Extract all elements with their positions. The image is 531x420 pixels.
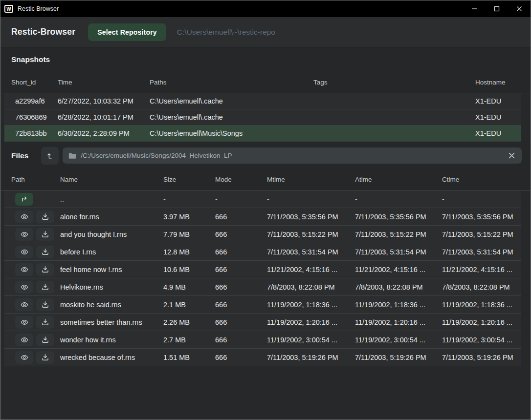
file-ctime: 11/19/2002, 1:20:16 ... bbox=[442, 318, 521, 326]
file-name: sometimes better than.rns bbox=[60, 318, 163, 326]
file-size: 4.9 MB bbox=[163, 283, 215, 291]
file-ctime: 7/11/2003, 5:35:56 PM bbox=[442, 213, 521, 221]
app-window: W Restic Browser Restic-Browser Select R… bbox=[0, 0, 531, 420]
file-mode: 666 bbox=[215, 248, 267, 256]
file-size: 12.8 MB bbox=[163, 248, 215, 256]
file-size: 2.7 MB bbox=[163, 336, 215, 344]
parent-dir-button[interactable] bbox=[15, 193, 33, 206]
snapshot-time: 6/30/2022, 2:28:09 PM bbox=[58, 129, 150, 137]
file-col-path: Path bbox=[11, 176, 60, 183]
snapshot-row[interactable]: 76306869 6/28/2022, 10:01:17 PM C:\Users… bbox=[4, 109, 521, 126]
download-button[interactable] bbox=[36, 210, 54, 223]
arrow-up-right-icon bbox=[21, 196, 28, 203]
file-col-mode: Mode bbox=[215, 176, 267, 183]
file-mtime: 11/19/2002, 1:18:36 ... bbox=[267, 301, 355, 309]
file-mode: 666 bbox=[215, 354, 267, 361]
file-ctime: 11/21/2002, 4:15:16 ... bbox=[442, 266, 521, 273]
download-icon bbox=[42, 266, 49, 273]
file-path-text: /C:/Users/emuell/Music/Songs/2004_Helvet… bbox=[81, 152, 503, 159]
file-atime: - bbox=[355, 195, 442, 203]
file-mtime: 11/21/2002, 4:15:16 ... bbox=[267, 266, 355, 273]
download-button[interactable] bbox=[36, 351, 54, 364]
snapshot-row[interactable]: a2299af6 6/27/2022, 10:03:32 PM C:\Users… bbox=[4, 93, 521, 109]
file-name: feel home now !.rns bbox=[60, 266, 163, 273]
file-name: moskito he said.rns bbox=[60, 301, 163, 309]
window-title: Restic Browser bbox=[18, 5, 59, 12]
preview-button[interactable] bbox=[15, 351, 33, 364]
file-mtime: 7/11/2003, 5:19:26 PM bbox=[267, 354, 355, 361]
file-row: sometimes better than.rns 2.26 MB 666 11… bbox=[4, 314, 521, 331]
preview-button[interactable] bbox=[15, 281, 33, 294]
file-size: 2.1 MB bbox=[163, 301, 215, 309]
level-up-icon bbox=[46, 152, 54, 160]
download-button[interactable] bbox=[36, 298, 54, 311]
eye-icon bbox=[21, 354, 28, 361]
close-button[interactable] bbox=[508, 0, 531, 17]
snapshot-short-id: a2299af6 bbox=[11, 97, 58, 105]
download-button[interactable] bbox=[36, 334, 54, 346]
snapshot-row-selected[interactable]: 72b813bb 6/30/2022, 2:28:09 PM C:\Users\… bbox=[4, 126, 521, 142]
file-col-atime: Atime bbox=[355, 176, 442, 183]
file-size: 2.26 MB bbox=[163, 318, 215, 326]
file-atime: 7/8/2003, 8:22:08 PM bbox=[355, 283, 442, 291]
file-mode: 666 bbox=[215, 283, 267, 291]
snapshot-hostname: X1-EDU bbox=[475, 129, 521, 137]
file-size: 1.51 MB bbox=[163, 354, 215, 361]
files-table-header: Path Name Size Mode Mtime Atime Ctime bbox=[0, 169, 531, 190]
file-mtime: 11/19/2002, 3:00:54 ... bbox=[267, 336, 355, 344]
file-size: 10.6 MB bbox=[163, 266, 215, 273]
file-col-name: Name bbox=[60, 176, 163, 183]
eye-icon bbox=[21, 213, 28, 220]
preview-button[interactable] bbox=[15, 298, 33, 311]
download-button[interactable] bbox=[36, 316, 54, 329]
maximize-button[interactable] bbox=[486, 0, 508, 17]
app-header: Restic-Browser Select Repository C:\User… bbox=[0, 17, 531, 47]
level-up-button[interactable] bbox=[41, 147, 59, 165]
file-mtime: 7/11/2003, 5:35:56 PM bbox=[267, 213, 355, 221]
download-button[interactable] bbox=[36, 263, 54, 276]
clear-path-button[interactable] bbox=[508, 151, 516, 160]
file-atime: 11/21/2002, 4:15:16 ... bbox=[355, 266, 442, 273]
download-icon bbox=[42, 354, 49, 361]
download-icon bbox=[42, 301, 49, 308]
download-button[interactable] bbox=[36, 246, 54, 258]
clear-icon bbox=[509, 152, 515, 159]
empty-area bbox=[0, 366, 531, 420]
download-button[interactable] bbox=[36, 281, 54, 294]
file-row: feel home now !.rns 10.6 MB 666 11/21/20… bbox=[4, 261, 521, 278]
file-ctime: 11/19/2002, 3:00:54 ... bbox=[442, 336, 521, 344]
file-atime: 7/11/2003, 5:19:26 PM bbox=[355, 354, 442, 361]
preview-button[interactable] bbox=[15, 210, 33, 223]
file-mode: 666 bbox=[215, 318, 267, 326]
preview-button[interactable] bbox=[15, 246, 33, 258]
preview-button[interactable] bbox=[15, 316, 33, 329]
file-name: before I.rns bbox=[60, 248, 163, 256]
eye-icon bbox=[21, 249, 28, 255]
download-button[interactable] bbox=[36, 228, 54, 241]
eye-icon bbox=[21, 336, 28, 343]
file-mode: 666 bbox=[215, 301, 267, 309]
snapshot-short-id: 72b813bb bbox=[11, 129, 58, 137]
file-mode: 666 bbox=[215, 266, 267, 273]
snapshot-paths: C:\Users\emuell\.cache bbox=[150, 97, 313, 105]
snapshots-table: Short_id Time Paths Tags Hostname a2299a… bbox=[0, 72, 531, 142]
minimize-button[interactable] bbox=[463, 0, 486, 17]
file-rows-container: alone for.rns 3.97 MB 666 7/11/2003, 5:3… bbox=[0, 208, 531, 366]
eye-icon bbox=[21, 319, 28, 326]
maximize-icon bbox=[494, 6, 500, 12]
app-title: Restic-Browser bbox=[11, 27, 75, 37]
file-row: Helvikone.rns 4.9 MB 666 7/8/2003, 8:22:… bbox=[4, 278, 521, 296]
file-ctime: 7/11/2003, 5:31:54 PM bbox=[442, 248, 521, 256]
file-path-bar[interactable]: /C:/Users/emuell/Music/Songs/2004_Helvet… bbox=[63, 147, 522, 164]
select-repository-button[interactable]: Select Repository bbox=[88, 23, 166, 41]
eye-icon bbox=[21, 284, 28, 291]
preview-button[interactable] bbox=[15, 334, 33, 346]
close-icon bbox=[516, 6, 522, 12]
file-ctime: 7/11/2003, 5:15:22 PM bbox=[442, 231, 521, 238]
file-name: wonder how it.rns bbox=[60, 336, 163, 344]
file-mode: 666 bbox=[215, 231, 267, 238]
file-mtime: 7/11/2003, 5:15:22 PM bbox=[267, 231, 355, 238]
file-ctime: 7/8/2003, 8:22:08 PM bbox=[442, 283, 521, 291]
preview-button[interactable] bbox=[15, 263, 33, 276]
preview-button[interactable] bbox=[15, 228, 33, 241]
